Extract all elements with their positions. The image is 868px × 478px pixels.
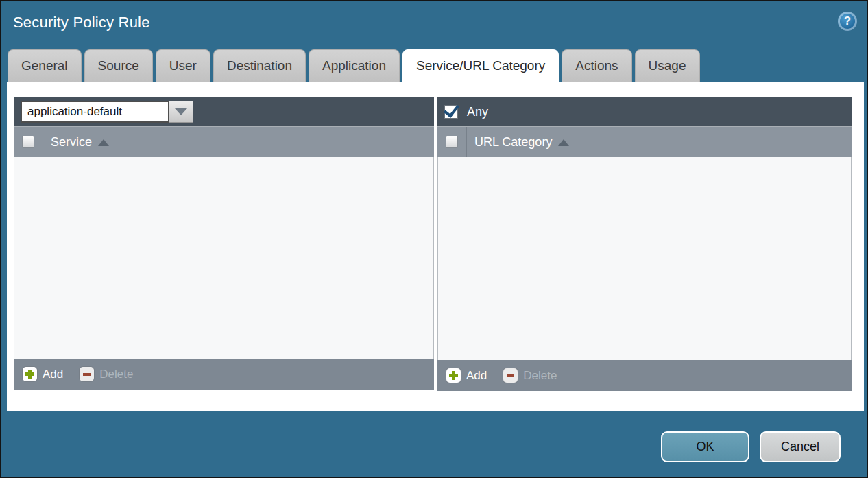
sort-ascending-icon [558, 139, 569, 146]
any-checkbox[interactable] [444, 105, 458, 119]
any-checkbox-label: Any [467, 105, 488, 119]
url-category-column-label: URL Category [474, 135, 552, 150]
tab-source[interactable]: Source [84, 49, 153, 82]
tab-actions[interactable]: Actions [562, 49, 631, 82]
delete-button-label: Delete [99, 368, 133, 381]
service-select-all-cell [14, 127, 43, 157]
plus-icon [446, 368, 461, 383]
add-button-label: Add [466, 369, 487, 383]
service-toolbar [14, 97, 434, 126]
sort-ascending-icon [98, 139, 109, 146]
plus-icon [23, 367, 37, 381]
tab-service-url-category[interactable]: Service/URL Category [402, 49, 559, 82]
url-category-delete-button[interactable]: Delete [503, 368, 557, 383]
url-category-panel: Any URL Category Add Delete [437, 97, 852, 391]
dialog-title: Security Policy Rule [13, 14, 150, 32]
service-panel: Service Add Delete [14, 97, 434, 390]
service-select-all-checkbox[interactable] [22, 136, 34, 148]
minus-icon [80, 367, 94, 381]
tab-bar: General Source User Destination Applicat… [8, 49, 700, 82]
delete-button-label: Delete [523, 369, 557, 383]
help-icon[interactable]: ? [838, 12, 857, 31]
url-category-toolbar: Any [437, 97, 852, 126]
tab-usage[interactable]: Usage [635, 49, 700, 82]
ok-button[interactable]: OK [661, 431, 749, 462]
service-type-input[interactable] [21, 101, 169, 123]
tab-application[interactable]: Application [309, 49, 400, 82]
url-category-add-button[interactable]: Add [446, 368, 487, 383]
service-table-body [14, 157, 434, 359]
url-category-column-header[interactable]: URL Category [467, 127, 569, 157]
url-category-select-all-cell [437, 127, 467, 157]
service-type-dropdown-button[interactable] [169, 101, 193, 123]
service-table-header: Service [14, 126, 434, 157]
service-type-combobox [21, 101, 193, 123]
tab-general[interactable]: General [8, 49, 82, 82]
url-category-table-body [437, 157, 852, 360]
tab-content-area: Service Add Delete Any [7, 82, 864, 411]
tab-user[interactable]: User [156, 49, 210, 82]
service-column-label: Service [51, 135, 92, 150]
service-column-header[interactable]: Service [43, 127, 109, 157]
tab-destination[interactable]: Destination [213, 49, 306, 82]
url-category-select-all-checkbox[interactable] [446, 136, 458, 148]
cancel-button[interactable]: Cancel [760, 431, 841, 462]
url-category-table-footer: Add Delete [437, 360, 852, 391]
service-delete-button[interactable]: Delete [80, 367, 133, 381]
add-button-label: Add [43, 368, 63, 381]
service-add-button[interactable]: Add [23, 367, 63, 381]
chevron-down-icon [175, 108, 187, 115]
security-policy-rule-dialog: Security Policy Rule ? General Source Us… [0, 0, 868, 478]
service-table-footer: Add Delete [14, 359, 434, 390]
minus-icon [503, 368, 518, 383]
url-category-table-header: URL Category [437, 126, 852, 157]
